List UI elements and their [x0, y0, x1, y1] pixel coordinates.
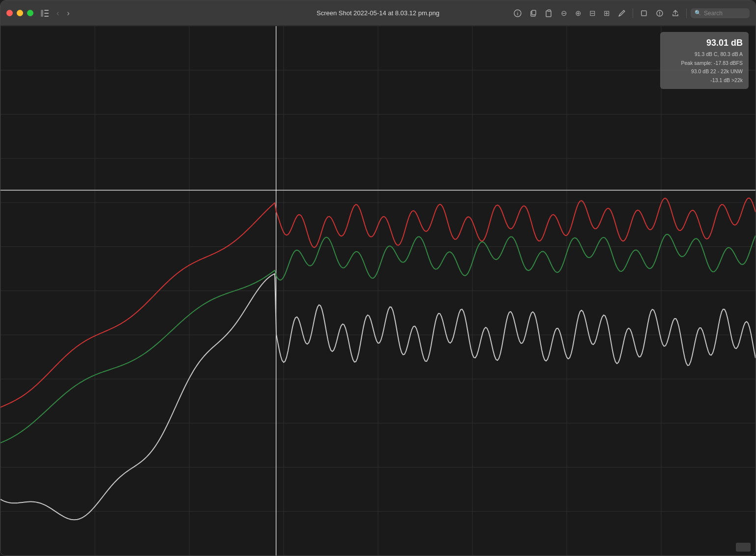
sidebar-toggle-button[interactable]: [38, 8, 51, 18]
svg-rect-2: [44, 13, 49, 14]
info-box: 93.01 dB 91.3 dB C, 80.3 dB A Peak sampl…: [660, 32, 749, 89]
divider: [633, 8, 633, 18]
titlebar: ‹ › Screen Shot 2022-05-14 at 8.03.12 pm…: [0, 0, 756, 26]
svg-rect-3: [44, 16, 49, 17]
info-line3: 93.0 dB 22 - 22k UNW: [666, 67, 743, 76]
edit-button[interactable]: [615, 8, 629, 19]
back-button[interactable]: ‹: [54, 7, 61, 19]
scroll-indicator[interactable]: [736, 543, 751, 552]
info-line1: 91.3 dB C, 80.3 dB A: [666, 50, 743, 59]
main-window: ‹ › Screen Shot 2022-05-14 at 8.03.12 pm…: [0, 0, 756, 556]
paste-button[interactable]: [542, 8, 556, 19]
svg-rect-1: [44, 10, 49, 11]
info-line4: -13.1 dB >22k: [666, 76, 743, 85]
forward-button[interactable]: ›: [64, 7, 72, 19]
chart-area[interactable]: 93.01 dB 91.3 dB C, 80.3 dB A Peak sampl…: [0, 26, 756, 556]
traffic-lights: [6, 10, 33, 16]
zoom-out-button[interactable]: ⊖: [558, 7, 570, 19]
main-db-value: 93.01 dB: [666, 36, 743, 50]
search-box[interactable]: 🔍: [691, 8, 750, 18]
svg-rect-7: [532, 10, 536, 15]
close-button[interactable]: [6, 10, 13, 16]
window-title: Screen Shot 2022-05-14 at 8.03.12 pm.png: [317, 9, 439, 17]
svg-rect-9: [548, 10, 551, 11]
svg-rect-0: [41, 10, 43, 17]
svg-text:i: i: [517, 11, 519, 16]
minimize-button[interactable]: [17, 10, 23, 16]
divider2: [686, 8, 687, 18]
search-icon: 🔍: [695, 10, 701, 16]
crop-button[interactable]: [637, 8, 651, 19]
toolbar-right: i ⊖ ⊕ ⊟ ⊞: [511, 7, 750, 19]
svg-rect-8: [546, 11, 551, 17]
chart-canvas: [0, 26, 756, 556]
share-button[interactable]: [669, 8, 682, 19]
copy-button[interactable]: [526, 8, 540, 19]
zoom-actual-button[interactable]: ⊞: [601, 7, 613, 19]
info-line2: Peak sample: -17.83 dBFS: [666, 59, 743, 68]
annotate-button[interactable]: [653, 8, 667, 19]
search-input[interactable]: [704, 10, 743, 17]
maximize-button[interactable]: [27, 10, 33, 16]
zoom-in-button[interactable]: ⊕: [572, 7, 584, 19]
svg-rect-10: [641, 11, 646, 16]
zoom-fit-button[interactable]: ⊟: [586, 7, 599, 19]
info-button[interactable]: i: [511, 8, 524, 19]
sub-values: 91.3 dB C, 80.3 dB A Peak sample: -17.83…: [666, 50, 743, 85]
toolbar-left: ‹ ›: [38, 7, 72, 19]
